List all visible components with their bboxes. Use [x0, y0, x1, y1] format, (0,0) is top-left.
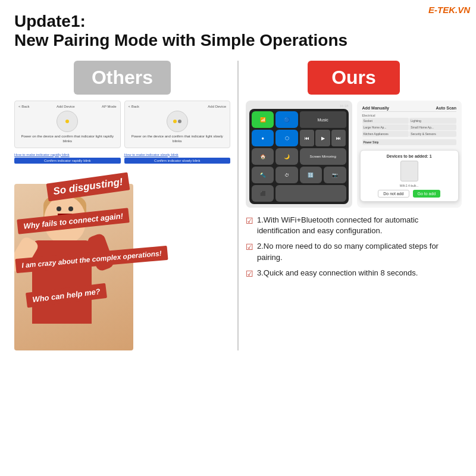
step2-button[interactable]: Confirm indicator slowly blink	[124, 158, 231, 164]
item-small: Small Home Ap...	[409, 124, 456, 130]
electrical-category: Electrical	[362, 114, 457, 117]
item-kitchen: Kitchen Appliances	[362, 131, 409, 137]
device-circle-1	[57, 111, 78, 132]
cc-music: Music	[300, 111, 346, 128]
feature-list: ☑ 1.With WiFi+Bluetooth connected for au…	[246, 215, 462, 280]
cc-header: 16:38	[249, 104, 349, 108]
item-security: Security & Sensors	[409, 131, 456, 137]
title-line1: Update1:	[14, 12, 462, 31]
app-screen: Add Manually Auto Scan Electrical Socket…	[360, 104, 459, 148]
feature-text-3: 3.Quick and easy connection within 8 sec…	[257, 268, 418, 278]
cc-moon: 🌙	[275, 148, 298, 165]
cc-extra	[275, 185, 346, 202]
cc-screen-mirror: Screen Mirroring	[300, 148, 346, 165]
feature-item-2: ☑ 2.No more need to do so many complicat…	[246, 241, 462, 262]
feature-text-2: 2.No more need to do so many complicated…	[257, 241, 462, 262]
brand-logo: E-TEK.VN	[428, 5, 470, 15]
auto-scan-text: Auto Scan	[436, 106, 456, 110]
item-socket: Socket	[362, 118, 409, 124]
ours-label: Ours	[308, 61, 400, 95]
feature-item-1: ☑ 1.With WiFi+Bluetooth connected for au…	[246, 215, 462, 236]
item-large: Large Home Ap...	[362, 124, 409, 130]
feature-text-1: 1.With WiFi+Bluetooth connected for auto…	[257, 215, 462, 236]
device1-caption: Power on the device and confirm that ind…	[18, 134, 117, 144]
cc-wifi: 📶	[252, 111, 274, 128]
popup-title: Devices to be added: 1	[364, 154, 455, 158]
cc-home: 🏠	[252, 148, 274, 165]
step2-block: How to make indicator slowly blink Confi…	[124, 153, 231, 164]
device-circle-2	[167, 111, 188, 132]
checkbox-icon-3: ☑	[246, 268, 253, 280]
control-center-screen: 16:38 📶 🔵 Music ● ⬡ ⏮ ▶ ⏭ 🏠 🌙	[246, 101, 352, 208]
two-column-layout: Others < Back Add Device AP Mode Power o…	[14, 61, 462, 350]
dot-yellow-2	[173, 120, 177, 123]
feature-item-3: ☑ 3.Quick and easy connection within 8 s…	[246, 268, 462, 280]
app-title-text: Add Manually	[362, 106, 390, 110]
do-not-add-button[interactable]: Do not add	[378, 190, 409, 198]
step1-block: How to make indicator rapidly blink Conf…	[14, 153, 121, 164]
cc-bt: 🔵	[275, 111, 298, 128]
device-screen-2: < Back Add Device Power on the device an…	[124, 101, 231, 148]
popup-buttons: Do not add Go to add	[364, 190, 455, 198]
cc-timer: ⏱	[275, 167, 298, 183]
page-container: E-TEK.VN Update1: New Pairing Mode with …	[0, 0, 476, 476]
go-to-add-button[interactable]: Go to add	[413, 190, 441, 198]
ours-column: Ours 16:38 📶 🔵 Music ● ⬡ ⏮ ▶	[239, 61, 462, 350]
title-line2: New Pairing Mode with Simple Operations	[14, 31, 462, 50]
dot-gear-2	[178, 120, 181, 123]
frustrated-area: So disgusting! Why fails to connect agai…	[14, 166, 230, 350]
item-power-strip: Power Strip	[362, 139, 457, 145]
step1-link: How to make indicator rapidly blink	[14, 153, 121, 156]
step2-link: How to make indicator slowly blink	[124, 153, 231, 156]
cc-item-bt2: ●	[252, 130, 274, 146]
app-screen-title: Add Manually Auto Scan	[362, 106, 457, 112]
device-screenshots: < Back Add Device AP Mode Power on the d…	[14, 101, 230, 148]
cc-item-blue2: ⬡	[275, 130, 298, 146]
app-items-grid: Socket Lighting Large Home Ap... Small H…	[362, 118, 457, 137]
device-screen-1: < Back Add Device AP Mode Power on the d…	[14, 101, 121, 148]
popup-device-icon	[400, 161, 418, 181]
dot-yellow-1	[65, 120, 69, 123]
popup-device-label: Wifi-2.4-bulk...	[364, 184, 455, 187]
checkbox-icon-1: ☑	[246, 215, 253, 227]
screen2-title: Add Device	[208, 105, 226, 108]
phone-screenshots: 16:38 📶 🔵 Music ● ⬡ ⏮ ▶ ⏭ 🏠 🌙	[246, 101, 462, 208]
others-column: Others < Back Add Device AP Mode Power o…	[14, 61, 239, 350]
screen1-apmode: AP Mode	[102, 105, 117, 108]
screen1-title: Add Device	[57, 105, 75, 108]
popup-box: Devices to be added: 1 Wifi-2.4-bulk... …	[360, 150, 459, 202]
checkbox-icon-2: ☑	[246, 242, 253, 253]
control-center-grid: 📶 🔵 Music ● ⬡ ⏮ ▶ ⏭ 🏠 🌙 Screen Mirroring	[249, 109, 349, 204]
others-label: Others	[74, 61, 171, 95]
screen2-back: < Back	[129, 105, 140, 108]
steps-links: How to make indicator rapidly blink Conf…	[14, 153, 230, 164]
device2-caption: Power on the device and confirm that ind…	[129, 134, 227, 144]
cc-calc: 🔢	[300, 167, 322, 183]
app-screen-phone: Add Manually Auto Scan Electrical Socket…	[357, 101, 462, 208]
cc-flash: 🔦	[252, 167, 274, 183]
screen1-back: < Back	[18, 105, 30, 108]
step1-button[interactable]: Confirm indicator rapidly blink	[14, 158, 121, 164]
cc-scan: ⬛	[252, 185, 274, 202]
item-lighting: Lighting	[409, 118, 456, 124]
title-block: Update1: New Pairing Mode with Simple Op…	[14, 12, 462, 50]
cc-cam: 📷	[324, 167, 346, 183]
